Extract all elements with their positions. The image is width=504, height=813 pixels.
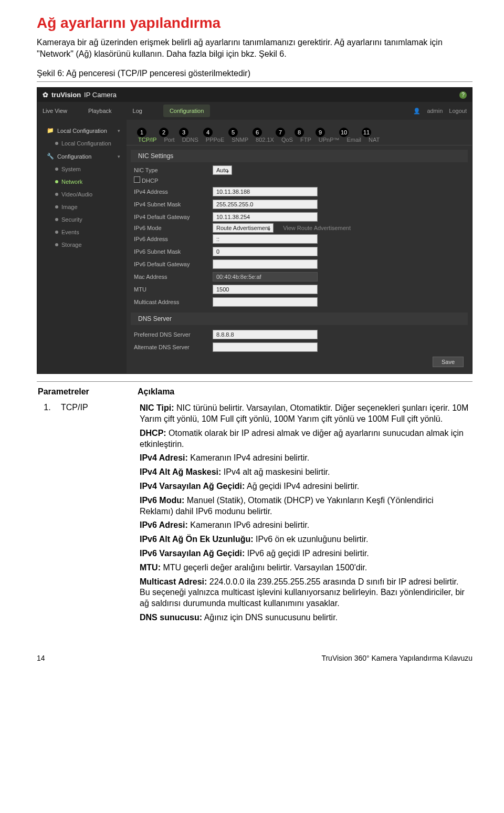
chevron-down-icon: ▾ bbox=[118, 128, 120, 133]
sidebar-local-config-group[interactable]: 📁Local Configuration▾ bbox=[37, 124, 127, 137]
subtab-ftp[interactable]: FTP bbox=[300, 137, 311, 143]
subtab-8021x[interactable]: 802.1X bbox=[256, 137, 274, 143]
bullet-icon bbox=[55, 231, 58, 234]
desc-bold: IPv4 Alt Ağ Maskesi: bbox=[140, 467, 221, 476]
sidebar-item-label: Configuration bbox=[57, 153, 91, 160]
desc-text: Ağ geçidi IPv4 adresini belirtir. bbox=[245, 482, 359, 491]
ipv4-address-label: IPv4 Address bbox=[134, 189, 207, 195]
doc-title: TruVision 360° Kamera Yapılandırma Kılav… bbox=[321, 654, 472, 662]
ipv4-gateway-label: IPv4 Default Gateway bbox=[134, 214, 207, 220]
sidebar-item-label: Security bbox=[61, 216, 82, 223]
sidebar-network[interactable]: Network bbox=[37, 175, 127, 188]
ipv4-mask-label: IPv4 Subnet Mask bbox=[134, 201, 207, 207]
multicast-label: Multicast Address bbox=[134, 299, 207, 305]
ipv6-mask-input[interactable]: 0 bbox=[213, 247, 318, 256]
sidebar-configuration-group[interactable]: 🔧Configuration▾ bbox=[37, 150, 127, 163]
nav-configuration[interactable]: Configuration bbox=[163, 105, 210, 117]
nav-live-view[interactable]: Live View bbox=[43, 108, 67, 114]
subtab-tcpip[interactable]: TCP/IP bbox=[138, 137, 156, 143]
ipv6-address-input[interactable]: :: bbox=[213, 234, 318, 244]
subtab-pppoe[interactable]: PPPoE bbox=[206, 137, 224, 143]
sidebar-item-label: Events bbox=[61, 229, 79, 235]
logout-link[interactable]: Logout bbox=[449, 108, 467, 114]
nav-log[interactable]: Log bbox=[133, 108, 142, 114]
ipv6-mask-label: IPv6 Subnet Mask bbox=[134, 248, 207, 255]
sidebar-item-label: Video/Audio bbox=[61, 191, 92, 197]
ipv6-gateway-input[interactable] bbox=[213, 259, 318, 269]
sidebar-video-audio[interactable]: Video/Audio bbox=[37, 188, 127, 201]
subtab-email[interactable]: Email bbox=[346, 137, 361, 143]
desc-text: NIC türünü belirtir. Varsayılan, Otomati… bbox=[140, 403, 468, 423]
wrench-icon: 🔧 bbox=[47, 153, 54, 160]
sidebar-storage[interactable]: Storage bbox=[37, 238, 127, 251]
desc-bold: IPv6 Adresi: bbox=[140, 520, 188, 529]
ipv6-mode-select[interactable]: Route Advertisement bbox=[213, 223, 274, 233]
subtab-upnp[interactable]: UPnP™ bbox=[319, 137, 340, 143]
mtu-label: MTU bbox=[134, 286, 207, 293]
bullet-icon bbox=[55, 168, 58, 171]
ipv6-address-label: IPv6 Address bbox=[134, 236, 207, 242]
subtab-nat[interactable]: NAT bbox=[369, 137, 380, 143]
figure-caption: Şekil 6: Ağ penceresi (TCP/IP penceresi … bbox=[37, 69, 472, 78]
user-icon: 👤 bbox=[413, 108, 421, 114]
bullet-icon bbox=[55, 218, 58, 221]
ipv4-mask-input[interactable]: 255.255.255.0 bbox=[213, 200, 318, 209]
subtab-port[interactable]: Port bbox=[164, 137, 174, 143]
table-row: 1. TCP/IP NIC Tipi: NIC türünü belirtir.… bbox=[37, 402, 472, 628]
desc-bold: DNS sunucusu: bbox=[140, 613, 202, 622]
divider bbox=[37, 81, 472, 82]
nic-type-select[interactable]: Auto bbox=[213, 165, 232, 175]
sidebar-image[interactable]: Image bbox=[37, 201, 127, 213]
desc-text: Kameranın IPv6 adresini belirtir. bbox=[188, 520, 309, 529]
help-icon[interactable]: ? bbox=[459, 91, 467, 99]
desc-text: Ağınız için DNS sunucusunu belirtir. bbox=[202, 613, 338, 622]
col-parametreler: Parametreler bbox=[37, 385, 136, 402]
sidebar-system[interactable]: System bbox=[37, 163, 127, 175]
admin-label: admin bbox=[427, 108, 443, 114]
page-number: 14 bbox=[37, 654, 45, 662]
sidebar-security[interactable]: Security bbox=[37, 213, 127, 226]
ipv6-gateway-label: IPv6 Default Gateway bbox=[134, 261, 207, 267]
subtab-ddns[interactable]: DDNS bbox=[182, 137, 198, 143]
ipv4-gateway-input[interactable]: 10.11.38.254 bbox=[213, 212, 318, 222]
chevron-down-icon: ▾ bbox=[268, 226, 270, 232]
ipv6-mode-label: IPv6 Mode bbox=[134, 225, 207, 231]
desc-text: Kameranın IPv4 adresini belirtir. bbox=[188, 453, 309, 462]
desc-text: Otomatik olarak bir IP adresi almak ve d… bbox=[140, 429, 464, 449]
desc-bold: Multicast Adresi: bbox=[140, 577, 207, 586]
view-route-advert-link[interactable]: View Route Advertisement bbox=[283, 225, 351, 231]
subtab-snmp[interactable]: SNMP bbox=[232, 137, 248, 143]
bullet-icon bbox=[55, 193, 58, 196]
mac-value: 00:40:4b:8e:5e:af bbox=[213, 272, 318, 282]
sidebar-item-label: Image bbox=[61, 204, 78, 210]
pref-dns-input[interactable]: 8.8.8.8 bbox=[213, 330, 318, 339]
bullet-icon bbox=[55, 180, 58, 183]
nav-playback[interactable]: Playback bbox=[88, 108, 112, 114]
intro-paragraph: Kameraya bir ağ üzerinden erişmek belirl… bbox=[37, 37, 472, 59]
sidebar-events[interactable]: Events bbox=[37, 226, 127, 238]
page-title: Ağ ayarlarını yapılandırma bbox=[37, 15, 472, 32]
sidebar-item-label: Network bbox=[61, 179, 82, 185]
dhcp-checkbox[interactable] bbox=[134, 176, 140, 183]
chevron-down-icon: ▾ bbox=[118, 154, 120, 159]
section-dns-server: DNS Server bbox=[131, 312, 468, 325]
sidebar-item-label: Local Configuration bbox=[61, 140, 111, 147]
desc-text: IPv4 alt ağ maskesini belirtir. bbox=[221, 467, 330, 476]
sidebar-item-label: Storage bbox=[61, 242, 82, 248]
row-number: 1. bbox=[37, 402, 58, 628]
subtab-qos[interactable]: QoS bbox=[281, 137, 293, 143]
alt-dns-label: Alternate DNS Server bbox=[134, 344, 207, 350]
save-button[interactable]: Save bbox=[433, 357, 464, 367]
alt-dns-input[interactable] bbox=[213, 342, 318, 352]
nic-type-label: NIC Type bbox=[134, 167, 207, 173]
ipv4-address-input[interactable]: 10.11.38.188 bbox=[213, 187, 318, 196]
desc-bold: IPv4 Varsayılan Ağ Geçidi: bbox=[140, 482, 245, 491]
bullet-icon bbox=[55, 205, 58, 209]
section-nic-settings: NIC Settings bbox=[131, 150, 468, 162]
multicast-input[interactable] bbox=[213, 297, 318, 307]
divider bbox=[37, 381, 472, 382]
desc-text: IPv6 ağ geçidi IP adresini belirtir. bbox=[245, 549, 369, 558]
sidebar-local-config[interactable]: Local Configuration bbox=[37, 137, 127, 150]
desc-text: IPv6 ön ek uzunluğunu belirtir. bbox=[254, 535, 369, 544]
mtu-input[interactable]: 1500 bbox=[213, 285, 318, 294]
